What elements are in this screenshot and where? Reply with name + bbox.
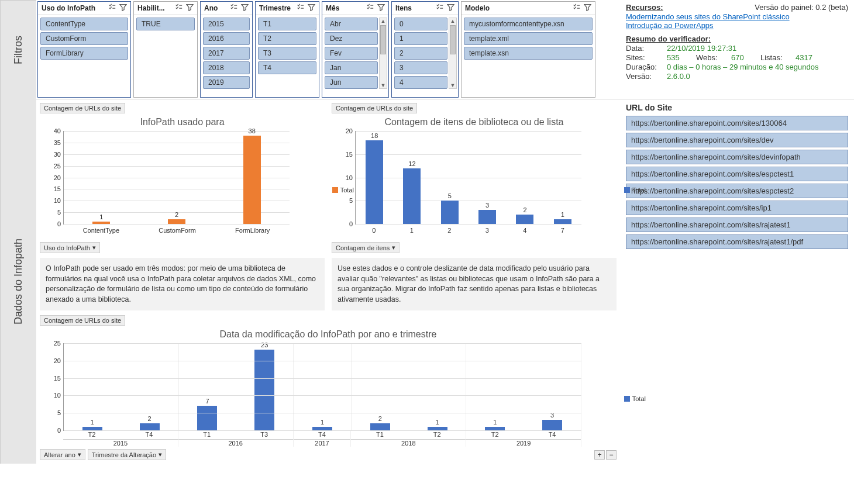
bar-value-label: 12 xyxy=(408,160,415,167)
link-powerapps[interactable]: Introdução ao PowerApps xyxy=(626,21,714,30)
slicer-item[interactable]: 2018 xyxy=(203,61,250,74)
chart2-plot: 0510152018125321 xyxy=(355,131,581,225)
url-item[interactable]: https://bertonline.sharepoint.com/sites/… xyxy=(626,201,848,215)
bar[interactable] xyxy=(140,423,160,430)
bar[interactable] xyxy=(403,168,421,224)
slicer-item[interactable]: 2016 xyxy=(203,32,250,45)
url-item[interactable]: https://bertonline.sharepoint.com/sites/… xyxy=(626,234,848,249)
multiselect-icon[interactable] xyxy=(297,4,304,13)
slicer-s7: Modelomycustomformcontenttype.xsntemplat… xyxy=(461,1,595,98)
multiselect-icon[interactable] xyxy=(175,4,182,13)
bar-value-label: 1 xyxy=(321,419,324,426)
scroll-thumb[interactable] xyxy=(450,25,456,54)
expand-button[interactable]: + xyxy=(594,450,605,460)
url-item[interactable]: https://bertonline.sharepoint.com/sites/… xyxy=(626,133,848,147)
chart3-field-dropdown-year[interactable]: Alterar ano ▾ xyxy=(40,449,85,460)
slicer-item[interactable]: Jun xyxy=(325,76,378,89)
slicer-item[interactable]: template.xml xyxy=(464,32,593,45)
slicer-item[interactable]: 2015 xyxy=(203,18,250,30)
slicer-item[interactable]: FormLibrary xyxy=(40,47,128,60)
slicer-item[interactable]: CustomForm xyxy=(40,32,128,45)
x-group-year-label: 2018 xyxy=(351,439,466,447)
slicer-item[interactable]: Dez xyxy=(325,32,378,45)
x-tick-label: T1 xyxy=(376,431,384,438)
x-tick-label: 2 xyxy=(447,227,451,234)
chart2-field-dropdown[interactable]: Contagem de itens ▾ xyxy=(332,242,400,253)
slicer-item[interactable]: Jan xyxy=(325,61,378,74)
url-item[interactable]: https://bertonline.sharepoint.com/sites/… xyxy=(626,150,848,164)
bar[interactable] xyxy=(370,423,390,430)
multiselect-icon[interactable] xyxy=(436,4,443,13)
multiselect-icon[interactable] xyxy=(573,4,580,13)
slicer-item[interactable]: TRUE xyxy=(136,18,195,30)
version-value: 2.6.0.0 xyxy=(667,72,690,81)
filter-icon[interactable] xyxy=(447,4,454,13)
bar[interactable] xyxy=(554,219,571,224)
slicer-item[interactable]: T1 xyxy=(258,18,316,30)
y-tick-label: 0 xyxy=(338,220,353,227)
collapse-button[interactable]: − xyxy=(606,450,617,460)
slicer-scrollbar[interactable]: ▲▼ xyxy=(379,18,387,89)
url-item[interactable]: https://bertonline.sharepoint.com/sites/… xyxy=(626,218,848,232)
slicer-item[interactable]: 1 xyxy=(394,32,447,45)
link-modernize[interactable]: Modernizando seus sites do SharePoint cl… xyxy=(626,12,790,21)
filter-icon[interactable] xyxy=(119,4,127,13)
bar[interactable] xyxy=(441,201,459,224)
y-tick-label: 10 xyxy=(46,392,61,399)
bar[interactable] xyxy=(478,210,496,224)
scroll-down-icon[interactable]: ▼ xyxy=(381,82,386,88)
multiselect-icon[interactable] xyxy=(366,4,374,13)
slicer-item[interactable]: 0 xyxy=(394,18,447,30)
scroll-down-icon[interactable]: ▼ xyxy=(450,82,456,88)
bar[interactable] xyxy=(168,219,185,224)
filter-icon[interactable] xyxy=(241,4,249,13)
chart3-plot: 1272312113 0510152025 xyxy=(63,343,581,431)
url-item[interactable]: https://bertonline.sharepoint.com/sites/… xyxy=(626,167,848,181)
filter-icon[interactable] xyxy=(377,4,385,13)
bar[interactable] xyxy=(197,406,217,430)
url-item[interactable]: https://bertonline.sharepoint.com/sites/… xyxy=(626,184,848,198)
slicer-item[interactable]: T4 xyxy=(258,61,316,74)
slicer-item[interactable]: 4 xyxy=(394,76,447,89)
multiselect-icon[interactable] xyxy=(108,4,116,13)
scroll-up-icon[interactable]: ▲ xyxy=(381,18,386,24)
multiselect-icon[interactable] xyxy=(230,4,237,13)
url-item[interactable]: https://bertonline.sharepoint.com/sites/… xyxy=(626,116,848,130)
bar[interactable] xyxy=(254,350,274,430)
slicer-scrollbar[interactable]: ▲▼ xyxy=(449,18,457,89)
bar[interactable] xyxy=(516,215,533,224)
x-group-year-label: 2015 xyxy=(63,439,178,447)
slicer-item[interactable]: ContentType xyxy=(40,18,128,30)
slicer-item[interactable]: Fev xyxy=(325,47,378,60)
slicer-item[interactable]: T3 xyxy=(258,47,316,60)
slicer-item[interactable]: T2 xyxy=(258,32,316,45)
y-tick-label: 10 xyxy=(46,197,61,204)
info-panel: Recursos: Versão do painel: 0.2 (beta) M… xyxy=(620,0,854,99)
bar-value-label: 1 xyxy=(99,213,103,220)
chart2-container: Contagem de URLs do site Contagem de ite… xyxy=(332,103,617,253)
scroll-up-icon[interactable]: ▲ xyxy=(450,18,456,24)
chart1-field-dropdown[interactable]: Uso do InfoPath ▾ xyxy=(40,242,100,253)
filter-icon[interactable] xyxy=(308,4,315,13)
filter-icon[interactable] xyxy=(186,4,194,13)
slicer-item[interactable]: 2017 xyxy=(203,47,250,60)
slicer-item[interactable]: template.xsn xyxy=(464,47,593,60)
bar[interactable] xyxy=(92,222,110,224)
version-label: Versão: xyxy=(626,72,661,81)
scroll-thumb[interactable] xyxy=(380,25,386,54)
slicer-item[interactable]: 2 xyxy=(394,47,447,60)
slicer-item[interactable]: Abr xyxy=(325,18,378,30)
chart3-field-dropdown-quarter[interactable]: Trimestre da Alteração ▾ xyxy=(88,449,166,460)
x-tick-label: 0 xyxy=(372,227,376,234)
slicer-item[interactable]: 3 xyxy=(394,61,447,74)
bar[interactable] xyxy=(542,420,562,430)
slicer-item[interactable]: 2019 xyxy=(203,76,250,89)
filter-icon[interactable] xyxy=(584,4,591,13)
sites-value: 535 xyxy=(667,53,690,62)
slicer-item[interactable]: mycustomformcontenttype.xsn xyxy=(464,18,593,30)
bar[interactable] xyxy=(243,136,261,224)
bar[interactable] xyxy=(366,140,383,224)
y-tick-label: 40 xyxy=(46,127,61,134)
slicer-title: Trimestre xyxy=(259,4,291,12)
chart3-metric-label: Contagem de URLs do site xyxy=(40,315,125,326)
